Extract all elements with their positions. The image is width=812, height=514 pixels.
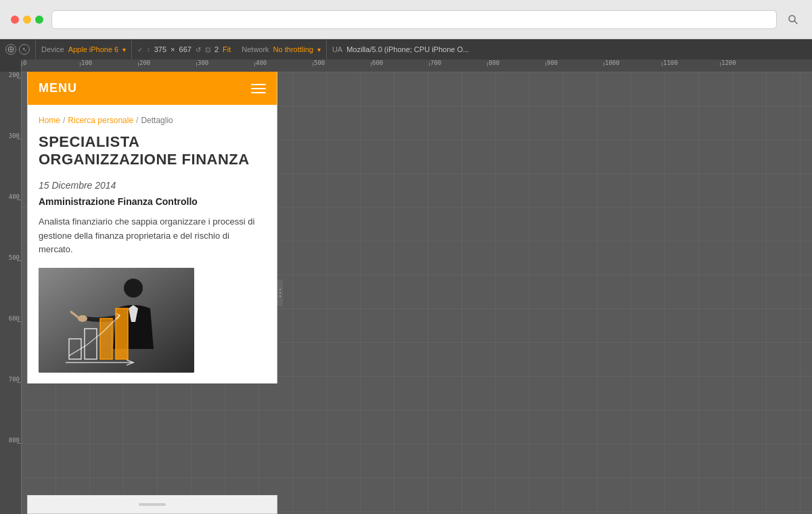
resize-dot-3 (279, 296, 281, 297)
responsive-icon[interactable] (5, 44, 16, 55)
address-bar[interactable] (51, 10, 777, 29)
viewport-height[interactable]: 667 (179, 45, 191, 53)
ruler-tick-1000: 1000 (604, 60, 620, 66)
device-dropdown-arrow[interactable]: ▾ (122, 46, 126, 53)
fit-label[interactable]: Fit (223, 45, 231, 53)
svg-line-1 (794, 21, 797, 24)
screenshot-icon: ⊡ (205, 46, 210, 53)
minimize-button[interactable] (23, 16, 31, 24)
breadcrumb-home[interactable]: Home (39, 116, 60, 125)
device-bottom (27, 495, 277, 514)
post-body: Analista finanziario che sappia organizz… (39, 215, 266, 257)
search-icon[interactable] (785, 11, 801, 28)
toolbar-icons: ↖ (0, 39, 36, 60)
post-category: Amministrazione Finanza Controllo (39, 196, 266, 207)
ruler-tick-100: 100 (80, 60, 92, 66)
breadcrumb-sep-2: / (136, 116, 138, 125)
network-dropdown-arrow[interactable]: ▾ (317, 46, 321, 53)
svg-point-8 (78, 315, 87, 322)
viewport-area: MENU Home / Ricerca personale / Dettagli… (22, 72, 812, 514)
ruler-corner (0, 60, 22, 72)
breadcrumb-section[interactable]: Ricerca personale (68, 116, 133, 125)
ruler-v-600: 600 (0, 315, 21, 322)
browser-chrome (0, 0, 812, 39)
dims-x: × (171, 45, 175, 53)
resize-dot-1 (279, 289, 281, 290)
breadcrumb: Home / Ricerca personale / Dettaglio (39, 116, 266, 125)
svg-point-7 (124, 279, 143, 298)
device-value: Apple iPhone 6 (68, 45, 119, 53)
breadcrumb-sep-1: / (63, 116, 65, 125)
mobile-content: Home / Ricerca personale / Dettaglio SPE… (28, 105, 277, 383)
network-value: No throttling (273, 45, 313, 53)
maximize-button[interactable] (35, 16, 43, 24)
main-area: 200 300 400 500 600 700 800 MENU (0, 72, 812, 514)
screenshot-count: 2 (215, 45, 219, 53)
ruler-v-200: 200 (0, 72, 21, 78)
ua-section: UA Mozilla/5.0 (iPhone; CPU iPhone O... (327, 39, 474, 60)
ruler-tick-500: 500 (313, 60, 325, 66)
device-section: Device Apple iPhone 6 ▾ (36, 39, 132, 60)
ruler-tick-300: 300 (196, 60, 208, 66)
ruler-tick-1100: 1100 (662, 60, 678, 66)
cursor-icon[interactable]: ↖ (19, 44, 30, 55)
device-label: Device (41, 45, 64, 53)
ruler-tick-1200: 1200 (720, 60, 736, 66)
network-label: Network (242, 45, 269, 53)
ruler-v-500: 500 (0, 254, 21, 261)
ua-value: Mozilla/5.0 (iPhone; CPU iPhone O... (346, 45, 469, 53)
ruler-tick-200: 200 (138, 60, 150, 66)
device-frame: MENU Home / Ricerca personale / Dettagli… (27, 72, 277, 383)
hamburger-line-1 (251, 84, 266, 85)
hamburger-icon[interactable] (251, 84, 266, 93)
home-indicator (139, 503, 166, 506)
ruler-v-400: 400 (0, 193, 21, 200)
mobile-nav: MENU (28, 72, 277, 105)
ruler-v-300: 300 (0, 133, 21, 139)
resize-handle[interactable] (277, 279, 283, 306)
breadcrumb-current: Dettaglio (141, 116, 173, 125)
close-button[interactable] (11, 16, 19, 24)
network-section: Network No throttling ▾ (236, 39, 327, 60)
ruler-tick-800: 800 (487, 60, 499, 66)
ruler-h-track: 0 100 200 300 400 500 600 700 800 900 10… (22, 60, 812, 72)
ua-label: UA (332, 45, 342, 53)
ruler-tick-400: 400 (254, 60, 267, 66)
l-icon: ↕ (147, 46, 150, 53)
post-date: 15 Dicembre 2014 (39, 180, 266, 191)
resize-dots (279, 289, 281, 297)
ruler-tick-600: 600 (371, 60, 383, 66)
ruler-tick-700: 700 (429, 60, 441, 66)
ruler-vertical: 200 300 400 500 600 700 800 (0, 72, 22, 514)
hamburger-line-2 (251, 88, 266, 89)
devtools-toolbar: ↖ Device Apple iPhone 6 ▾ ✓ ↕ 375 × 667 … (0, 39, 812, 60)
page-title: SPECIALISTA ORGANIZZAZIONE FINANZA (39, 133, 266, 169)
resize-dot-2 (279, 292, 281, 294)
ruler-v-800: 800 (0, 437, 21, 444)
rotate-icon[interactable]: ↺ (196, 46, 201, 53)
ruler-v-700: 700 (0, 376, 21, 383)
ruler-horizontal: 0 100 200 300 400 500 600 700 800 900 10… (0, 60, 812, 72)
mobile-nav-title: MENU (39, 81, 77, 95)
hamburger-line-3 (251, 92, 266, 93)
ruler-tick-0: 0 (22, 60, 26, 66)
post-image (39, 268, 194, 373)
checkbox-w: ✓ (137, 46, 143, 53)
svg-rect-14 (116, 308, 128, 359)
viewport-width[interactable]: 375 (154, 45, 166, 53)
traffic-lights (11, 16, 43, 24)
ruler-tick-900: 900 (545, 60, 558, 66)
dims-section: ✓ ↕ 375 × 667 ↺ ⊡ 2 Fit (132, 39, 236, 60)
